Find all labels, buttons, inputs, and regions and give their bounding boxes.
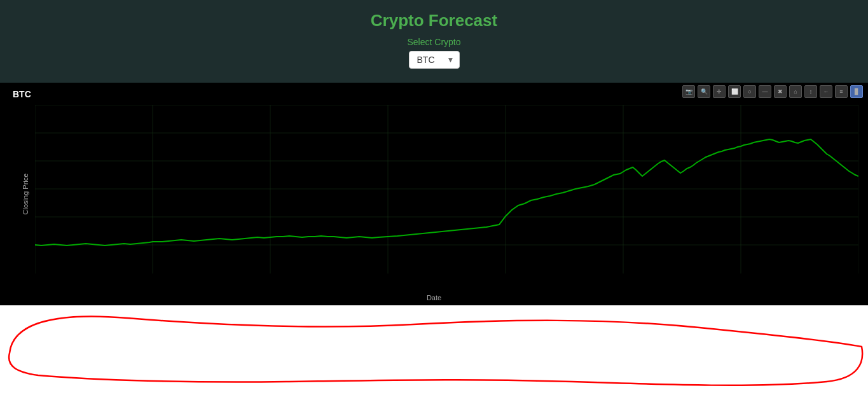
crosshair-icon[interactable]: ✛ <box>713 85 726 98</box>
reset-icon[interactable]: ⌂ <box>789 85 802 98</box>
crypto-select-wrapper: BTC ETH LTC XRP ADA ▼ <box>409 51 460 69</box>
lasso-icon[interactable]: ○ <box>743 85 756 98</box>
compare-icon[interactable]: ≡ <box>835 85 848 98</box>
chart-toolbar: 📷 🔍 ✛ ⬜ ○ — ✖ ⌂ ↕ ← ≡ ▊ <box>682 85 863 98</box>
header: Crypto Forecast Select Crypto BTC ETH LT… <box>0 0 868 83</box>
chart-container: 📷 🔍 ✛ ⬜ ○ — ✖ ⌂ ↕ ← ≡ ▊ BTC Closing Pric… <box>0 83 868 305</box>
show-closest-icon[interactable]: ← <box>820 85 832 98</box>
crypto-select[interactable]: BTC ETH LTC XRP ADA <box>409 51 460 69</box>
pan-icon[interactable]: ✖ <box>774 85 787 98</box>
camera-icon[interactable]: 📷 <box>682 85 695 98</box>
chart-svg: 10k 20k 30k 40k 50k 60k May 2020 Jul 202… <box>35 105 858 274</box>
bottom-annotation-section <box>0 305 868 395</box>
zoom-out-icon[interactable]: — <box>759 85 771 98</box>
y-axis-label: Closing Price <box>22 174 29 215</box>
select-box-icon[interactable]: ⬜ <box>728 85 741 98</box>
select-label: Select Crypto <box>407 37 460 47</box>
bar-chart-icon[interactable]: ▊ <box>850 85 863 98</box>
app-title: Crypto Forecast <box>371 11 497 31</box>
chart-title: BTC <box>13 89 31 99</box>
red-annotation-curve <box>0 305 868 395</box>
x-axis-label: Date <box>427 294 441 301</box>
zoom-in-icon[interactable]: 🔍 <box>698 85 710 98</box>
spike-lines-icon[interactable]: ↕ <box>804 85 817 98</box>
